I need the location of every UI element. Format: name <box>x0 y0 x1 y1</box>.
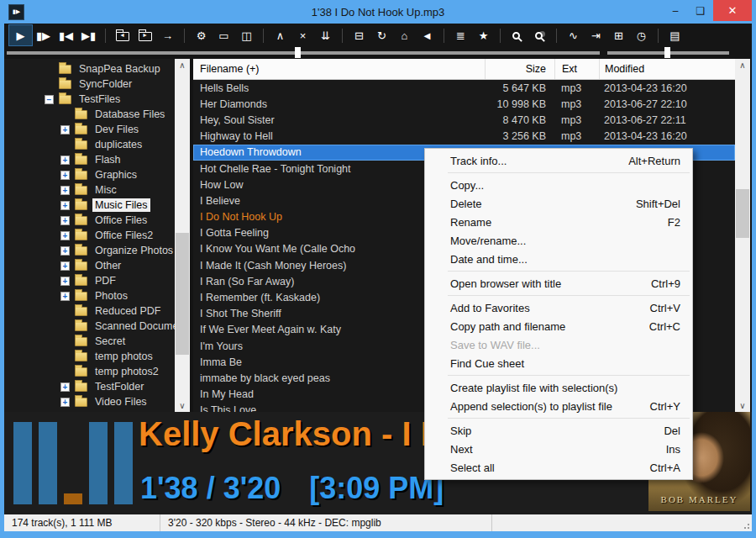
list-scrollbar[interactable]: ∧ ∨ <box>735 59 750 412</box>
tree-item-scanned-documents[interactable]: Scanned Documents <box>4 319 175 334</box>
volume-slider-thumb[interactable] <box>664 47 670 58</box>
menu-item-date-and-time[interactable]: Date and time... <box>425 250 692 268</box>
display-button[interactable]: ▭ <box>213 25 235 45</box>
tree-item-graphics[interactable]: +Graphics <box>4 167 175 182</box>
input-field-button[interactable]: ⊞ <box>607 25 630 45</box>
remove-button[interactable]: × <box>291 25 314 45</box>
tree-item-duplicates[interactable]: duplicates <box>4 137 175 152</box>
collapse-minus-icon[interactable]: − <box>45 95 54 104</box>
tree-item-reduced-pdf[interactable]: Reduced PDF <box>4 303 175 319</box>
skip-end-button[interactable]: ▶▮ <box>77 25 100 45</box>
menu-item-append-selection-s-to-playli[interactable]: Append selection(s) to playlist fileCtrl… <box>425 397 692 415</box>
tree-item-testfiles[interactable]: −TestFiles <box>4 92 175 107</box>
menu-item-find-cue-sheet[interactable]: Find Cue sheet <box>425 354 692 372</box>
file-row-highway-to-hell[interactable]: Highway to Hell3 256 KBmp32013-04-23 16:… <box>193 129 735 145</box>
tree-item-database-files[interactable]: Database Files <box>4 107 175 122</box>
move-arrow-button[interactable]: → <box>156 25 179 45</box>
tree-item-snappea-backup[interactable]: SnapPea Backup <box>4 61 175 76</box>
details-list-button[interactable]: ▤ <box>664 25 686 45</box>
collapse-up-button[interactable]: ∧ <box>269 25 291 45</box>
menu-item-move-rename[interactable]: Move/rename... <box>425 231 692 250</box>
tree-scrollbar-thumb[interactable] <box>176 233 189 355</box>
layout-panel-button[interactable]: ◫ <box>235 25 258 45</box>
tree-scrollbar[interactable]: ∧ ∨ <box>175 59 190 412</box>
expand-plus-icon[interactable]: + <box>60 292 70 301</box>
expand-plus-icon[interactable]: + <box>60 398 70 407</box>
tree-item-temp-photos[interactable]: temp photos <box>4 349 175 364</box>
tree-item-music-files[interactable]: +Music Files <box>4 198 175 213</box>
folder-back-button[interactable]: ◂ <box>111 25 134 45</box>
column-modified[interactable]: Modified <box>599 59 691 79</box>
tree-item-testfolder[interactable]: +TestFolder <box>4 379 175 394</box>
tree-item-syncfolder[interactable]: SyncFolder <box>4 76 175 92</box>
minimize-button[interactable]: – <box>663 0 688 21</box>
export-box-button[interactable]: ⇥ <box>585 25 607 45</box>
tree-item-office-files2[interactable]: +Office Files2 <box>4 228 175 243</box>
expand-plus-icon[interactable]: + <box>60 171 70 180</box>
expand-plus-icon[interactable]: + <box>60 382 70 392</box>
menu-item-open-browser-with-title[interactable]: Open browser with titleCtrl+9 <box>425 274 692 293</box>
expand-plus-icon[interactable]: + <box>60 156 70 165</box>
scroll-down-icon[interactable]: ∨ <box>735 401 750 410</box>
expand-plus-icon[interactable]: + <box>60 125 70 134</box>
column-size[interactable]: Size <box>485 59 554 79</box>
wave-file-button[interactable]: ∿ <box>562 25 585 45</box>
timer-clock-button[interactable]: ◷ <box>630 25 653 45</box>
resize-grip-icon[interactable] <box>742 521 750 530</box>
expand-plus-icon[interactable]: + <box>60 231 70 240</box>
menu-item-next[interactable]: NextIns <box>425 440 692 458</box>
folder-forward-button[interactable]: ▸ <box>134 25 156 45</box>
expand-plus-icon[interactable]: + <box>60 246 70 256</box>
tree-item-office-files[interactable]: +Office Files <box>4 213 175 228</box>
search-scope-button[interactable] <box>528 25 551 45</box>
tree-item-misc[interactable]: +Misc <box>4 182 175 198</box>
volume-slider[interactable] <box>607 51 729 55</box>
file-row-hey-soul-sister[interactable]: Hey, Soul Sister8 470 KBmp32013-06-27 22… <box>193 112 735 128</box>
scroll-up-icon[interactable]: ∧ <box>175 61 190 70</box>
refresh-button[interactable]: ↻ <box>370 25 393 45</box>
menu-item-skip[interactable]: SkipDel <box>425 421 692 440</box>
tree-item-pdf[interactable]: +PDF <box>4 273 175 288</box>
tree-item-organize-photos[interactable]: +Organize Photos <box>4 243 175 258</box>
menu-item-delete[interactable]: DeleteShift+Del <box>425 194 692 213</box>
menu-item-track-info[interactable]: Track info...Alt+Return <box>425 151 692 170</box>
tree-item-dev-files[interactable]: +Dev Files <box>4 122 175 137</box>
tree-item-temp-photos2[interactable]: temp photos2 <box>4 364 175 379</box>
column-ext[interactable]: Ext <box>554 59 599 79</box>
close-button[interactable]: ✕ <box>713 0 752 21</box>
scroll-up-icon[interactable]: ∧ <box>735 61 750 70</box>
menu-item-copy-path-and-filename[interactable]: Copy path and filenameCtrl+C <box>425 317 692 335</box>
menu-item-select-all[interactable]: Select allCtrl+A <box>425 458 692 477</box>
seek-slider[interactable] <box>7 51 600 55</box>
sort-down-button[interactable]: ⇊ <box>314 25 337 45</box>
play-button[interactable]: ▶ <box>9 25 32 45</box>
column-filename[interactable]: Filename (+) <box>193 59 485 79</box>
expand-plus-icon[interactable]: + <box>60 277 70 286</box>
expand-plus-icon[interactable]: + <box>60 201 70 210</box>
file-row-hells-bells[interactable]: Hells Bells5 647 KBmp32013-04-23 16:20 <box>193 80 735 96</box>
expand-plus-icon[interactable]: + <box>60 216 70 225</box>
tree-item-video-files[interactable]: +Video Files <box>4 394 175 409</box>
search-button[interactable] <box>506 25 528 45</box>
menu-item-add-to-favorites[interactable]: Add to FavoritesCtrl+V <box>425 298 692 317</box>
favorites-star-button[interactable]: ★ <box>472 25 495 45</box>
menu-item-rename[interactable]: RenameF2 <box>425 213 692 231</box>
tree-item-flash[interactable]: +Flash <box>4 152 175 167</box>
maximize-button[interactable]: ❑ <box>688 0 713 21</box>
expand-plus-icon[interactable]: + <box>60 261 70 271</box>
tree-item-secret[interactable]: Secret <box>4 334 175 349</box>
tree-item-other[interactable]: +Other <box>4 258 175 273</box>
track-info-button[interactable]: ≣ <box>449 25 472 45</box>
tree-item-photos[interactable]: +Photos <box>4 288 175 303</box>
volume-button[interactable]: ◄ <box>416 25 438 45</box>
scroll-down-icon[interactable]: ∨ <box>175 401 190 410</box>
home-button[interactable]: ⌂ <box>393 25 416 45</box>
menu-item-create-playlist-file-with-se[interactable]: Create playlist file with selection(s) <box>425 378 692 397</box>
list-scrollbar-thumb[interactable] <box>736 189 749 238</box>
skip-start-button[interactable]: ▮◀ <box>55 25 77 45</box>
menu-item-copy[interactable]: Copy... <box>425 176 692 194</box>
seek-slider-thumb[interactable] <box>295 47 301 58</box>
settings-gear-button[interactable]: ⚙ <box>190 25 213 45</box>
step-play-button[interactable]: ▮▶ <box>32 25 55 45</box>
file-row-her-diamonds[interactable]: Her Diamonds10 998 KBmp32013-06-27 22:10 <box>193 96 735 112</box>
